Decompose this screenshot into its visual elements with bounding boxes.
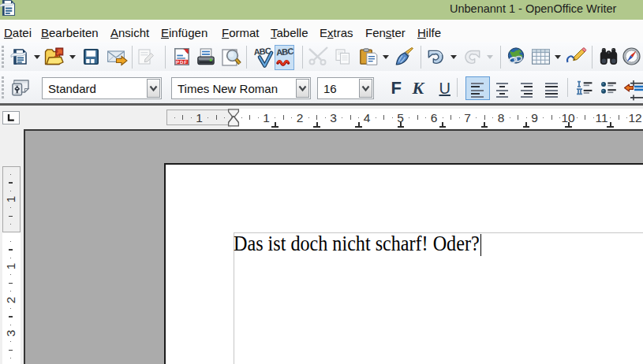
svg-text:ABC: ABC [276, 46, 294, 58]
svg-text:PDF: PDF [176, 60, 188, 65]
